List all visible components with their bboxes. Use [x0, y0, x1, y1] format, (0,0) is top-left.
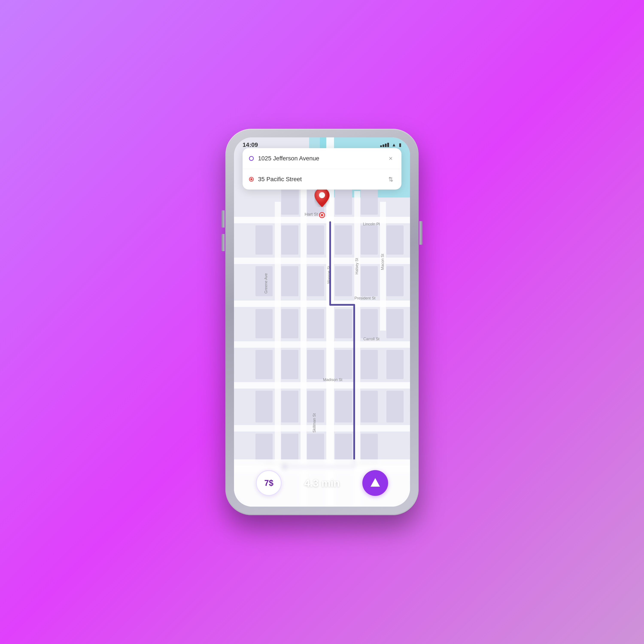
svg-rect-27	[307, 266, 324, 296]
svg-rect-40	[335, 350, 352, 379]
svg-rect-28	[335, 266, 352, 296]
svg-rect-48	[386, 391, 404, 422]
volume-down-button[interactable]	[222, 234, 225, 251]
navigate-arrow-icon	[371, 478, 380, 487]
svg-rect-31	[255, 309, 273, 338]
svg-rect-36	[386, 309, 404, 338]
svg-rect-39	[307, 350, 324, 379]
svg-rect-32	[281, 309, 298, 338]
power-button[interactable]	[419, 221, 422, 245]
status-time: 14:09	[243, 141, 258, 148]
svg-rect-42	[386, 350, 404, 379]
svg-text:Lincoln Pl: Lincoln Pl	[363, 222, 380, 226]
wifi-icon: ▲	[392, 142, 396, 148]
svg-rect-49	[255, 434, 273, 463]
svg-rect-13	[234, 425, 410, 431]
bottom-bar: 7$ 4.3 min	[234, 459, 410, 507]
close-button[interactable]: ×	[386, 154, 395, 163]
destination-row[interactable]: 35 Pacific Street ⇅	[243, 169, 401, 190]
svg-text:Skillman St: Skillman St	[312, 413, 316, 433]
svg-text:Macon St: Macon St	[380, 254, 385, 270]
svg-rect-38	[281, 350, 298, 379]
status-icons: ▲ ▮	[380, 142, 401, 148]
swap-button[interactable]: ⇅	[386, 175, 395, 184]
svg-rect-44	[281, 391, 298, 422]
svg-rect-52	[335, 434, 352, 463]
destination-address[interactable]: 35 Pacific Street	[258, 176, 382, 183]
origin-dot-icon	[249, 156, 254, 161]
phone-device: Hart St Greene Ave Monroe St Halsey St M…	[225, 129, 419, 515]
svg-rect-43	[255, 391, 273, 422]
svg-text:President St: President St	[354, 296, 375, 300]
svg-rect-22	[335, 225, 352, 255]
svg-rect-12	[234, 382, 410, 389]
svg-rect-23	[361, 225, 378, 255]
svg-rect-29	[361, 266, 378, 296]
phone-screen: Hart St Greene Ave Monroe St Halsey St M…	[234, 137, 410, 507]
svg-rect-30	[386, 266, 404, 296]
svg-rect-11	[234, 341, 410, 348]
signal-icon	[380, 143, 389, 147]
svg-text:Greene Ave: Greene Ave	[264, 273, 268, 294]
svg-rect-19	[255, 225, 273, 255]
svg-rect-46	[335, 391, 352, 422]
destination-pin	[314, 188, 330, 207]
map-area[interactable]: Hart St Greene Ave Monroe St Halsey St M…	[234, 137, 410, 507]
svg-rect-20	[281, 225, 298, 255]
svg-text:Carroll St: Carroll St	[363, 337, 379, 341]
svg-rect-21	[307, 225, 324, 255]
destination-dot-icon	[249, 177, 254, 182]
svg-rect-35	[361, 309, 378, 338]
price-display: 7$	[256, 470, 282, 496]
battery-icon: ▮	[399, 142, 401, 148]
svg-rect-53	[361, 434, 378, 463]
origin-address[interactable]: 1025 Jefferson Avenue	[258, 155, 382, 162]
svg-rect-26	[281, 266, 298, 296]
svg-text:Madison St: Madison St	[323, 378, 342, 382]
svg-rect-37	[255, 350, 273, 379]
origin-row[interactable]: 1025 Jefferson Avenue ×	[243, 148, 401, 169]
svg-text:Halsey St: Halsey St	[355, 258, 359, 274]
svg-rect-10	[234, 301, 410, 307]
current-location-dot	[319, 212, 325, 218]
svg-text:Hart St: Hart St	[305, 212, 318, 217]
search-panel: 1025 Jefferson Avenue × 35 Pacific Stree…	[243, 148, 401, 190]
status-bar: 14:09 ▲ ▮	[234, 137, 410, 150]
svg-rect-51	[307, 434, 324, 463]
volume-up-button[interactable]	[222, 210, 225, 228]
svg-rect-34	[335, 309, 352, 338]
svg-rect-33	[307, 309, 324, 338]
svg-rect-47	[361, 391, 378, 422]
svg-rect-41	[361, 350, 378, 379]
svg-point-67	[319, 192, 325, 198]
svg-rect-24	[386, 225, 404, 255]
duration-display: 4.3 min	[304, 477, 340, 489]
svg-rect-50	[281, 434, 298, 463]
navigate-button[interactable]	[362, 470, 388, 496]
